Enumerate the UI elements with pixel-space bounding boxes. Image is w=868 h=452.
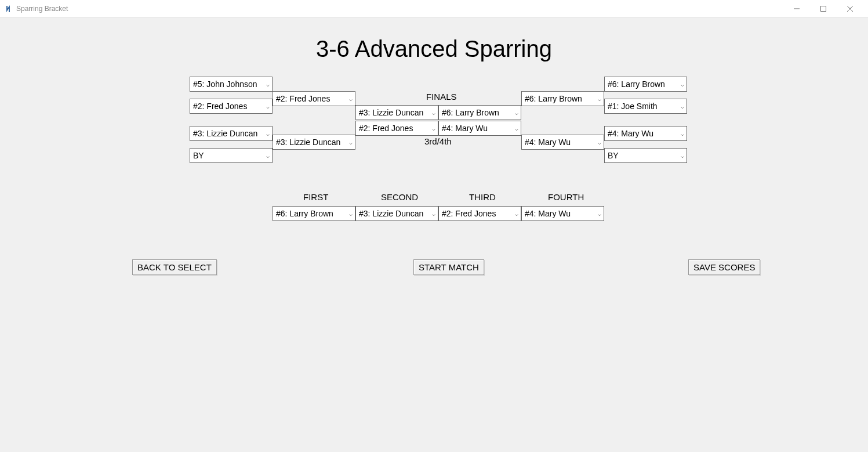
combo-value[interactable]	[359, 209, 435, 218]
result-first[interactable]: ⌵	[273, 206, 355, 221]
combo-value[interactable]	[525, 138, 601, 147]
app-icon	[5, 5, 13, 13]
combo-value[interactable]	[442, 209, 518, 218]
left-r1-slot1[interactable]: ⌵	[190, 77, 273, 92]
combo-value[interactable]	[608, 151, 684, 160]
minimize-button[interactable]	[783, 0, 810, 17]
third-label: THIRD	[469, 192, 496, 202]
combo-value[interactable]	[359, 108, 435, 117]
combo-value[interactable]	[276, 94, 352, 103]
left-r1-slot3[interactable]: ⌵	[190, 126, 273, 141]
start-match-button[interactable]: START MATCH	[413, 259, 484, 275]
close-button[interactable]	[837, 0, 863, 17]
finals-right[interactable]: ⌵	[438, 105, 521, 120]
third-match-left[interactable]: ⌵	[355, 121, 438, 136]
right-r2-slot1[interactable]: ⌵	[521, 91, 604, 106]
combo-value[interactable]	[608, 79, 684, 89]
combo-value[interactable]	[525, 209, 601, 218]
combo-value[interactable]	[193, 102, 269, 111]
combo-value[interactable]	[276, 209, 352, 218]
right-r2-slot2[interactable]: ⌵	[521, 135, 604, 150]
result-third[interactable]: ⌵	[438, 206, 521, 221]
content-area: 3-6 Advanced Sparring ⌵ ⌵ ⌵ ⌵ ⌵ ⌵ FINALS…	[0, 17, 868, 452]
finals-left[interactable]: ⌵	[355, 105, 438, 120]
maximize-button[interactable]	[810, 0, 837, 17]
left-r1-slot4[interactable]: ⌵	[190, 148, 273, 163]
third-fourth-label: 3rd/4th	[424, 136, 452, 146]
left-r1-slot2[interactable]: ⌵	[190, 99, 273, 114]
combo-value[interactable]	[442, 124, 518, 133]
right-r1-slot1[interactable]: ⌵	[604, 77, 687, 92]
window-title: Sparring Bracket	[16, 5, 68, 13]
combo-value[interactable]	[608, 102, 684, 111]
result-fourth[interactable]: ⌵	[521, 206, 604, 221]
right-r1-slot3[interactable]: ⌵	[604, 126, 687, 141]
window-controls	[783, 0, 863, 17]
combo-value[interactable]	[442, 108, 518, 117]
result-second[interactable]: ⌵	[355, 206, 438, 221]
combo-value[interactable]	[276, 138, 352, 147]
right-r1-slot4[interactable]: ⌵	[604, 148, 687, 163]
first-label: FIRST	[303, 192, 328, 202]
combo-value[interactable]	[193, 79, 269, 89]
combo-value[interactable]	[193, 129, 269, 138]
combo-value[interactable]	[193, 151, 269, 160]
save-scores-button[interactable]: SAVE SCORES	[688, 259, 760, 275]
combo-value[interactable]	[359, 124, 435, 133]
back-button[interactable]: BACK TO SELECT	[132, 259, 217, 275]
right-r1-slot2[interactable]: ⌵	[604, 99, 687, 114]
second-label: SECOND	[381, 192, 418, 202]
svg-rect-1	[821, 6, 826, 11]
titlebar: Sparring Bracket	[0, 0, 868, 17]
page-title: 3-6 Advanced Sparring	[0, 36, 868, 62]
combo-value[interactable]	[525, 94, 601, 103]
left-r2-slot2[interactable]: ⌵	[273, 135, 355, 150]
left-r2-slot1[interactable]: ⌵	[273, 91, 355, 106]
combo-value[interactable]	[608, 129, 684, 138]
fourth-label: FOURTH	[548, 192, 584, 202]
third-match-right[interactable]: ⌵	[438, 121, 521, 136]
finals-label: FINALS	[426, 92, 457, 102]
